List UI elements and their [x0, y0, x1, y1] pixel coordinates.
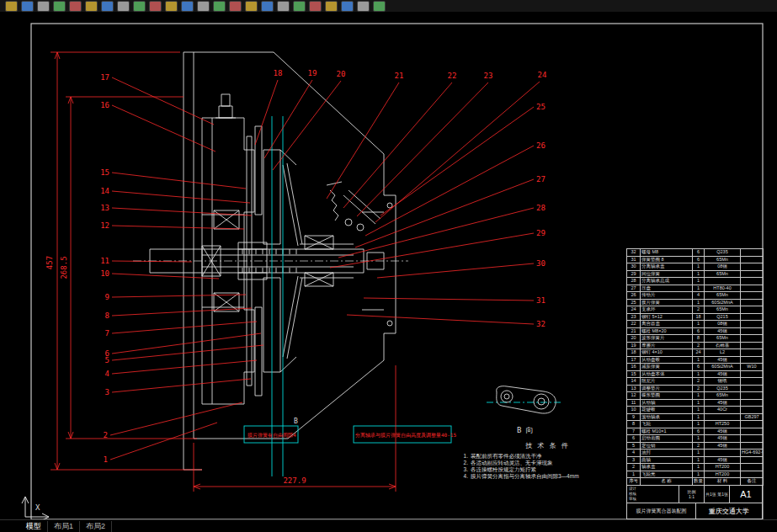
part-callout: 1: [104, 455, 108, 464]
table-row: 13调整垫片2Q235: [627, 385, 764, 392]
layer-icon[interactable]: [245, 1, 258, 12]
callout-leader-lines: [110, 77, 540, 460]
open-file-icon[interactable]: [21, 1, 34, 12]
table-row: 7螺栓 M10×1645钢: [627, 428, 764, 435]
tech-note-item: 1.装配前所有零件必须清洗干净: [461, 453, 634, 460]
table-row: 16减振弹簧660Si2MnAW10: [627, 364, 764, 371]
dimension-bottom-width: 227.9: [283, 476, 306, 485]
ucs-x-axis-label: X: [35, 503, 40, 512]
table-row: 2轴承盖1HT200: [627, 464, 764, 471]
zoom-window-icon[interactable]: [213, 1, 226, 12]
table-row: 17从动盘毂145钢: [627, 356, 764, 364]
table-row: 22离合器盖108钢: [627, 321, 764, 328]
table-row: 5定位销245钢: [627, 442, 764, 450]
tab-layout2[interactable]: 布局2: [80, 521, 112, 532]
zoom-previous-icon[interactable]: [229, 1, 242, 12]
match-properties-icon[interactable]: [149, 1, 162, 12]
text-style-icon[interactable]: [325, 1, 338, 12]
cyan-construction-lines: [244, 116, 562, 476]
part-callout: 18: [274, 69, 283, 77]
tech-note-item: 3.各连接螺栓按规定力矩拧紧: [461, 466, 634, 473]
part-callout: 8: [105, 311, 109, 320]
table-row: 8飞轮1HT250: [627, 421, 764, 428]
detail-view-label: B 向: [517, 426, 534, 434]
tab-model[interactable]: 模型: [20, 521, 48, 532]
save-icon[interactable]: [37, 1, 50, 12]
annotation-notes: 膜片弹簧有自由间隙4 分离轴承与膜片弹簧自由高度及调整量40-15: [247, 432, 456, 439]
part-callout: 20: [337, 70, 346, 78]
table-row: 11从动轴145钢: [627, 399, 764, 407]
adjustment-note: 分离轴承与膜片弹簧自由高度及调整量40-15: [355, 432, 456, 439]
part-callout: 12: [100, 221, 109, 230]
layer-properties-icon[interactable]: [261, 1, 274, 12]
part-callout: 23: [484, 72, 493, 80]
table-row: 26传动片465Mn: [627, 292, 764, 300]
title-block: 设计 校核 审核 比例 1:1 共1张 第1张 A1 膜片弹簧离合器装配图 重庆…: [626, 485, 763, 519]
callout-numbers: 1 2 3 4 5 6 7 8 9 10 11 12 13 14 15 16 1…: [100, 69, 546, 464]
table-row: 14阻尼片2钢纸: [627, 378, 764, 386]
copy-icon[interactable]: [117, 1, 130, 12]
color-control-icon[interactable]: [277, 1, 290, 12]
part-callout: 28: [536, 204, 545, 212]
tab-layout1[interactable]: 布局1: [48, 521, 80, 532]
technical-requirements-title: 技 术 条 件: [461, 441, 634, 450]
part-callout: 22: [448, 72, 457, 80]
part-callout: 29: [536, 229, 545, 237]
table-row: 32螺母 M86Q235: [627, 249, 764, 257]
dimension-total-height: 457: [45, 256, 54, 269]
print-preview-icon[interactable]: [69, 1, 82, 12]
table-row: 27压盘1HT80-40: [627, 285, 764, 292]
dimension-inner-height: 268.5: [60, 256, 68, 279]
pan-icon[interactable]: [197, 1, 210, 12]
part-callout: 19: [308, 69, 317, 77]
free-gap-note: 膜片弹簧有自由间隙4: [247, 432, 296, 439]
technical-requirements: 技 术 条 件 1.装配前所有零件必须清洗干净2.各运动副应转动灵活、无卡滞现象…: [461, 441, 634, 480]
paste-icon[interactable]: [133, 1, 146, 12]
bom-body: 32螺母 M86Q23531弹簧垫圈 8665Mn30分离轴承盖108钢29回位…: [627, 249, 764, 486]
table-row: 12碟形垫圈165Mn: [627, 392, 764, 400]
dimension-style-icon[interactable]: [341, 1, 354, 12]
bom-header-row: 序号名 称数量材 料备注: [627, 478, 764, 486]
drawing-title: 膜片弹簧离合器装配图: [627, 503, 696, 519]
part-callout: 14: [100, 187, 109, 195]
table-row: 31弹簧垫圈 8665Mn: [627, 256, 764, 263]
table-row: 29回位弹簧165Mn: [627, 270, 764, 278]
part-callout: 30: [536, 259, 545, 268]
part-callout: 15: [100, 168, 109, 177]
part-callout: 26: [536, 141, 545, 150]
table-row: 18铆钉 4×1024L2: [627, 349, 764, 357]
part-callout: 4: [105, 370, 109, 378]
table-row: 20波形弹簧片865Mn: [627, 335, 764, 343]
paper-size: A1: [730, 486, 762, 503]
part-callout: 3: [105, 388, 109, 396]
sheet-count-cell: 共1张 第1张: [705, 486, 730, 503]
part-callout: 13: [100, 204, 109, 212]
help-icon[interactable]: [373, 1, 386, 12]
table-row: 23铆钉 5×1218Q215: [627, 313, 764, 321]
part-callout: 32: [536, 320, 545, 328]
part-callout: 21: [395, 72, 404, 80]
part-callout: 6: [105, 349, 109, 358]
table-row: 1飞轮壳1HT200: [627, 471, 764, 478]
part-callout: 10: [100, 269, 109, 278]
cad-application-window: B 向 B 457 268.5 227.9 1 2 3 4 5 6 7 8 9: [0, 0, 777, 532]
table-row: 25膜片弹簧160Si2MnA: [627, 299, 764, 306]
part-callout: 9: [105, 293, 109, 301]
table-row: 6启动齿圈145钢: [627, 435, 764, 443]
detail-view-b: [497, 386, 556, 413]
plot-icon[interactable]: [53, 1, 66, 12]
toolbar: [0, 0, 777, 12]
table-style-icon[interactable]: [357, 1, 370, 12]
lineweight-control-icon[interactable]: [309, 1, 322, 12]
table-row: 9滚动轴承1GB297: [627, 413, 764, 421]
publish-icon[interactable]: [85, 1, 98, 12]
linetype-control-icon[interactable]: [293, 1, 306, 12]
cut-icon[interactable]: [101, 1, 114, 12]
undo-icon[interactable]: [165, 1, 178, 12]
signature-cells: 设计 校核 审核: [627, 486, 679, 503]
layout-tabs: 模型布局1布局2: [20, 521, 112, 532]
status-bar: 模型布局1布局2: [0, 519, 777, 532]
tech-note-item: 4.膜片弹簧分离指与分离轴承自由间隙3—4mm: [461, 473, 634, 480]
redo-icon[interactable]: [181, 1, 194, 12]
new-file-icon[interactable]: [5, 1, 18, 12]
